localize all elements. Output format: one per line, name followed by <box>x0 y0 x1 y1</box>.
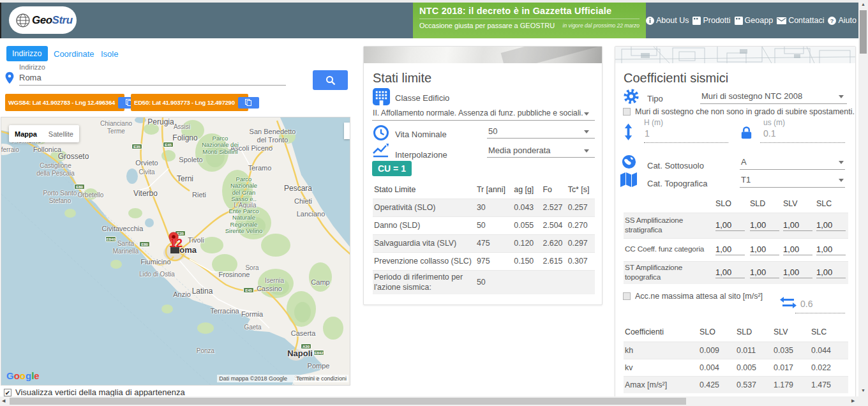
table-header: Fo <box>542 181 567 199</box>
table-row: Salvaguardia vita (SLV)4750.1202.6200.29… <box>373 234 595 252</box>
map-label: Civitavecchia <box>102 225 144 233</box>
ed50-badge: ED50: Lat 41.903773 - Lng 12.497290 <box>131 94 248 111</box>
table-cell: 475 <box>475 234 513 252</box>
nav-prodotti[interactable]: Prodotti <box>692 16 730 25</box>
scroll-right-arrow[interactable]: ▶ <box>851 398 855 403</box>
table-cell: 2.527 <box>542 199 567 216</box>
coeff-input[interactable]: 1,00 <box>783 244 812 255</box>
nav-contattaci[interactable]: Contattaci <box>777 16 824 25</box>
address-input[interactable]: Roma <box>19 73 41 82</box>
satellite-button[interactable]: Satellite <box>43 130 79 138</box>
clock-icon <box>373 124 389 144</box>
us-input[interactable]: 0.1 <box>763 128 775 139</box>
acc-checkbox[interactable] <box>623 292 631 300</box>
search-icon <box>326 75 336 86</box>
map-label: Anzio <box>173 290 191 299</box>
table-cell: 0.017 <box>772 359 810 376</box>
coefficienti-title: Coefficienti sismici <box>624 71 728 86</box>
map-button[interactable]: Mappa <box>9 130 43 138</box>
show-vertices-label: Visualizza vertici della maglia di appar… <box>15 387 185 397</box>
table-cell: 30 <box>475 199 513 216</box>
h-input[interactable]: 1 <box>645 128 650 139</box>
table-header: SLV <box>772 322 810 342</box>
coeff-input[interactable]: 1,00 <box>750 244 779 255</box>
map-label: Assisi <box>174 123 190 131</box>
horizontal-scroll-thumb[interactable] <box>10 398 686 405</box>
table-row: SS Amplificazione stratigrafica1,001,001… <box>624 213 848 238</box>
interpolation-chart-icon <box>372 142 389 160</box>
horizontal-scrollbar[interactable]: ◀ ▶ <box>0 396 858 406</box>
map-label: Orbetello <box>78 192 104 199</box>
classe-edificio-select[interactable]: II. Affollamento normale. Assenza di fun… <box>373 109 583 117</box>
nav-aiuto[interactable]: ? Aiuto <box>828 16 857 25</box>
coeff-input[interactable]: 1,00 <box>750 220 779 231</box>
banner-title: NTC 2018: il decreto è in Gazzetta Uffic… <box>419 6 640 16</box>
table-cell: 0.270 <box>567 216 595 234</box>
info-icon <box>646 17 654 25</box>
table-header: Tc* [s] <box>567 181 595 199</box>
show-vertices-checkbox[interactable]: ✔ <box>4 389 11 396</box>
table-cell: Salvaguardia vita (SLV) <box>373 234 475 252</box>
coefficienti-card: Coefficienti sismici Tipo Muri di sosteg… <box>615 46 856 398</box>
map-label: rtoferraio <box>1 146 19 154</box>
map-label: Spoleto <box>179 156 202 164</box>
acc-input[interactable]: 0.6 <box>800 299 812 309</box>
tab-coordinate[interactable]: Coordinate <box>54 49 94 59</box>
geostru-logo[interactable]: GeoStru <box>9 6 77 34</box>
h-label: H (m) <box>644 118 663 127</box>
table-cell: 0.022 <box>810 359 848 376</box>
nav-geoapp[interactable]: Geoapp <box>735 16 773 25</box>
topografica-select[interactable]: T1 <box>741 175 751 184</box>
coeff-input[interactable]: 1,00 <box>816 267 846 278</box>
table-row: Operatività (SLO)300.0432.5270.257 <box>373 199 595 216</box>
table-cell <box>567 270 595 294</box>
scroll-down-arrow[interactable]: ▼ <box>861 388 865 393</box>
map-type-control: Mappa Satellite <box>9 125 79 142</box>
google-map[interactable]: PerugiaAssisiChianciano TermeFolignoSan … <box>1 117 350 386</box>
map-data-credit: Dati mappa ©2018 Google <box>219 375 287 382</box>
map-label: Pescara <box>284 184 312 193</box>
table-cell: 0.055 <box>513 216 541 234</box>
table-cell: 0.537 <box>735 376 772 393</box>
banner-note: in vigore dal prossimo 22 marzo <box>563 22 640 29</box>
table-row: kv0.0040.0050.0170.022 <box>624 359 848 376</box>
map-terms-link[interactable]: Termini e condizioni <box>296 375 347 382</box>
road-badge: E35 <box>131 144 142 149</box>
tab-isole[interactable]: Isole <box>101 49 118 59</box>
coeff-input[interactable]: 1,00 <box>715 267 745 278</box>
table-cell: 2.615 <box>542 252 567 270</box>
search-button[interactable] <box>313 70 348 90</box>
stati-limite-title: Stati limite <box>373 71 431 86</box>
coeff-input[interactable]: 1,00 <box>783 220 812 231</box>
coeff-input[interactable]: 1,00 <box>715 244 745 255</box>
header-nav: About Us Prodotti Geoapp Contattaci ? Ai… <box>646 3 857 38</box>
muri-checkbox[interactable] <box>623 108 631 116</box>
fullscreen-control[interactable] <box>344 123 350 139</box>
map-attribution: Dati mappa ©2018 Google Termini e condiz… <box>217 375 348 382</box>
scroll-left-arrow[interactable]: ◀ <box>2 398 5 403</box>
coeff-input[interactable]: 1,00 <box>750 267 779 278</box>
scroll-up-arrow[interactable]: ▲ <box>861 2 865 6</box>
road-badge: E80 <box>139 241 150 247</box>
coeff-input[interactable]: 1,00 <box>783 267 812 278</box>
coeff-input[interactable]: 1,00 <box>715 220 745 231</box>
vita-nominale-select[interactable]: 50 <box>488 126 497 136</box>
vertical-scrollbar[interactable]: ▲ ▼ <box>858 0 868 396</box>
table-cell: 0.044 <box>810 342 848 359</box>
copy-ed50-button[interactable] <box>238 97 259 109</box>
tipo-select[interactable]: Muri di sostegno NTC 2008 <box>701 91 802 101</box>
table-cell: 0.005 <box>735 359 772 376</box>
coeff-input[interactable]: 1,00 <box>816 244 846 255</box>
nav-about-us[interactable]: About Us <box>646 16 689 25</box>
sottosuolo-select[interactable]: A <box>741 157 747 167</box>
map-label: Parco Nazionale del Gran Sasso e.. <box>230 176 257 203</box>
tab-indirizzo[interactable]: Indirizzo <box>6 46 48 61</box>
interpolazione-select[interactable]: Media ponderata <box>488 146 551 155</box>
ntc-banner[interactable]: NTC 2018: il decreto è in Gazzetta Uffic… <box>413 3 646 38</box>
topografica-label: Cat. Topografica <box>647 179 707 188</box>
table-cell: 0.257 <box>567 199 595 216</box>
globe-icon <box>621 154 637 172</box>
table-cell: 0.150 <box>513 252 541 270</box>
vertical-scroll-thumb[interactable] <box>860 10 867 54</box>
coeff-input[interactable]: 1,00 <box>816 220 846 231</box>
